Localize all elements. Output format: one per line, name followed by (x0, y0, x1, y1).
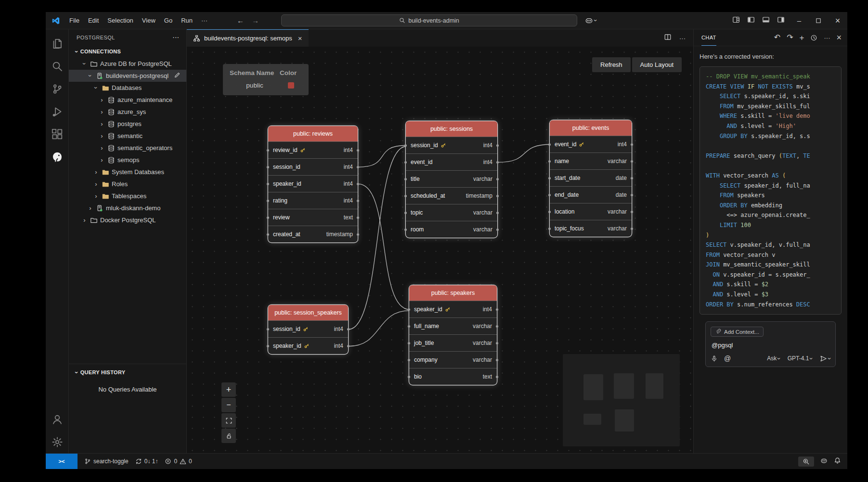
search-icon[interactable] (46, 55, 69, 77)
tree-item-semantic[interactable]: ›semantic (69, 130, 186, 142)
mic-icon[interactable] (711, 355, 718, 362)
schema-icon (193, 35, 200, 42)
bell-button[interactable] (834, 457, 841, 466)
remote-indicator[interactable]: >< (46, 454, 78, 469)
run-debug-icon[interactable] (46, 100, 69, 123)
chevron-down-icon: › (81, 61, 88, 67)
connector-dot (267, 328, 269, 330)
field-type: text (483, 373, 492, 380)
chat-input-value[interactable]: @pgsql (712, 342, 829, 349)
error-icon (165, 458, 171, 465)
history-icon[interactable] (810, 34, 817, 41)
zoom-tool-button[interactable] (798, 457, 814, 467)
customize-layout-icon[interactable] (732, 16, 740, 25)
tree-item-buildevents-postgresql[interactable]: ›buildevents-postgresql (69, 70, 186, 82)
section-query-history[interactable]: › QUERY HISTORY (69, 367, 186, 378)
tree-item-semantic-operators[interactable]: ›semantic_operators (69, 142, 186, 154)
table-public-reviews[interactable]: public: reviewsreview_idint4session_idin… (268, 126, 358, 242)
tab-chat[interactable]: CHAT (701, 29, 716, 46)
extensions-icon[interactable] (46, 123, 69, 145)
panel-right-icon[interactable] (777, 16, 785, 25)
lock-button[interactable] (221, 429, 236, 443)
new-chat-icon[interactable]: + (800, 34, 804, 42)
field-type: varchar (608, 208, 627, 215)
pencil-icon[interactable] (174, 72, 181, 80)
sync-indicator[interactable]: 0↓ 1↑ (135, 458, 158, 465)
tree-item-postgres[interactable]: ›postgres (69, 118, 186, 130)
mention-icon[interactable]: @ (724, 355, 731, 362)
menu-view[interactable]: View (138, 15, 160, 26)
menu-edit[interactable]: Edit (84, 15, 103, 26)
table-public-session-speakers[interactable]: public: session_speakerssession_idint4sp… (268, 305, 348, 354)
field-type: timestamp (326, 231, 353, 238)
table-public-events[interactable]: public: eventsevent_idint4namevarcharsta… (550, 120, 632, 237)
table-public-speakers[interactable]: public: speakersspeaker_idint4full_namev… (409, 285, 497, 385)
legend-col-color: Color (280, 69, 302, 76)
tree-item-databases[interactable]: ›Databases (69, 82, 186, 94)
model-dropdown[interactable]: GPT-4.1 › (788, 355, 813, 362)
tab-schema-visualizer[interactable]: buildevents-postgresql: semops × (187, 29, 309, 47)
files-icon[interactable] (46, 32, 69, 55)
forward-button[interactable]: → (252, 16, 259, 25)
more-icon[interactable]: ··· (679, 34, 686, 42)
connector-dot (496, 212, 499, 214)
tree-item-azure-maintenance[interactable]: ›azure_maintenance (69, 94, 186, 106)
redo-icon[interactable]: ↷ (787, 34, 793, 41)
field-name: room (411, 226, 424, 233)
menu-run[interactable]: Run (177, 15, 197, 26)
tree-item-azure-sys[interactable]: ›azure_sys (69, 106, 186, 118)
settings-icon[interactable] (46, 431, 69, 453)
zoom-in-button[interactable]: + (221, 382, 236, 397)
menu-file[interactable]: File (65, 15, 84, 26)
field-name: session_id (273, 326, 300, 332)
panel-bottom-icon[interactable] (762, 16, 770, 25)
close-tab-icon[interactable]: × (298, 34, 302, 42)
postgresql-elephant-icon[interactable] (46, 145, 69, 168)
close-icon[interactable]: × (836, 33, 842, 42)
source-control-icon[interactable] (46, 77, 69, 100)
table-title: public: events (550, 120, 632, 136)
chat-input-box[interactable]: Add Context... @pgsql @ Ask › GPT-4.1 (705, 321, 836, 367)
copilot-menu[interactable]: › (585, 16, 596, 25)
auto-layout-button[interactable]: Auto Layout (632, 57, 682, 72)
tree-item-azure-db-for-postgresql[interactable]: ›Azure DB for PostgreSQL (69, 58, 186, 70)
section-connections[interactable]: › CONNECTIONS (69, 46, 186, 57)
maximize-button[interactable] (809, 12, 828, 29)
refresh-button[interactable]: Refresh (592, 57, 631, 72)
branch-indicator[interactable]: search-toggle (84, 458, 129, 465)
tree-item-docker-postgresql[interactable]: ›Docker PostgreSQL (69, 214, 186, 226)
mode-dropdown[interactable]: Ask › (767, 355, 780, 362)
chevron-down-icon: › (87, 73, 93, 79)
menu-selection[interactable]: Selection (103, 15, 137, 26)
copilot-button[interactable] (820, 457, 828, 466)
tree-item-mluk-diskann-demo[interactable]: ›mluk-diskann-demo (69, 202, 186, 214)
add-context-button[interactable]: Add Context... (711, 327, 764, 337)
table-public-sessions[interactable]: public: sessionssession_idint4event_idin… (406, 121, 497, 238)
menu-more-icon[interactable]: ··· (197, 15, 212, 26)
tree-item-tablespaces[interactable]: ›Tablespaces (69, 190, 186, 202)
tree-item-system-databases[interactable]: ›System Databases (69, 166, 186, 178)
search-value: build-events-admin (408, 17, 459, 24)
fit-view-button[interactable] (221, 413, 236, 428)
tree-item-roles[interactable]: ›Roles (69, 178, 186, 190)
more-icon[interactable]: ··· (824, 35, 830, 41)
account-icon[interactable] (46, 408, 69, 431)
back-button[interactable]: ← (237, 16, 244, 25)
field-type: int4 (334, 342, 343, 349)
zoom-out-button[interactable]: − (221, 398, 236, 412)
schema-canvas[interactable]: public: reviewsreview_idint4session_idin… (187, 47, 693, 453)
split-editor-icon[interactable] (664, 33, 672, 43)
connector-dot (267, 200, 269, 202)
problems-indicator[interactable]: 0 0 (165, 458, 192, 465)
undo-icon[interactable]: ↶ (774, 34, 780, 41)
minimap[interactable] (563, 354, 680, 446)
minimize-button[interactable]: – (790, 12, 809, 29)
more-actions-button[interactable]: ··· (173, 35, 180, 40)
tree-item-semops[interactable]: ›semops (69, 154, 186, 166)
send-button[interactable]: › (820, 355, 830, 362)
menu-go[interactable]: Go (160, 15, 177, 26)
close-button[interactable]: × (828, 12, 847, 29)
panel-left-icon[interactable] (747, 16, 755, 25)
command-center-search[interactable]: build-events-admin (281, 14, 577, 26)
chevron-down-icon: › (74, 371, 80, 374)
